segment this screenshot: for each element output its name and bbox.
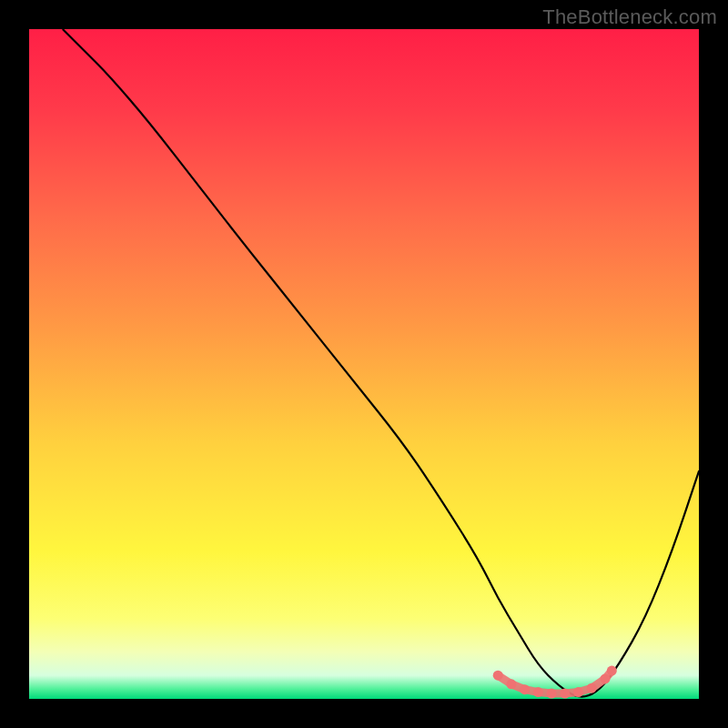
chart-background <box>29 29 699 699</box>
optimal-point <box>587 683 597 693</box>
bottleneck-chart <box>29 29 699 699</box>
optimal-point <box>547 689 557 699</box>
optimal-point <box>607 666 617 676</box>
optimal-point <box>533 687 543 697</box>
optimal-point <box>573 687 583 697</box>
chart-frame <box>29 29 699 699</box>
optimal-point <box>506 679 516 689</box>
optimal-point <box>560 689 570 699</box>
watermark-text: TheBottleneck.com <box>542 5 717 29</box>
optimal-point <box>520 684 530 694</box>
optimal-point <box>601 673 611 683</box>
optimal-point <box>493 671 503 681</box>
